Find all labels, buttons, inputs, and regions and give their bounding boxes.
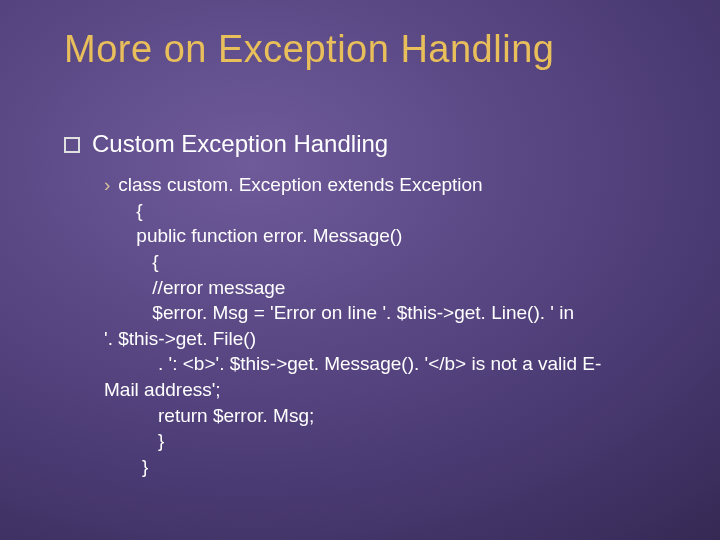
code-line: class custom. Exception extends Exceptio… (118, 174, 482, 195)
bullet-level1: Custom Exception Handling (64, 130, 672, 158)
code-line: { (118, 198, 672, 224)
square-bullet-icon (64, 137, 80, 153)
code-line: //error message (118, 275, 672, 301)
slide-body: Custom Exception Handling › class custom… (64, 130, 672, 480)
code-line: public function error. Message() (118, 223, 672, 249)
code-line: return $error. Msg; (104, 403, 672, 429)
slide-title: More on Exception Handling (64, 28, 680, 71)
code-line: { (118, 249, 672, 275)
level1-text: Custom Exception Handling (92, 130, 388, 157)
code-block: class custom. Exception extends Exceptio… (118, 172, 672, 326)
code-line: '. $this->get. File() (104, 326, 672, 352)
chevron-right-icon: › (104, 172, 110, 198)
code-line: } (104, 454, 672, 480)
code-line: } (104, 428, 672, 454)
code-line: Mail address'; (104, 377, 672, 403)
bullet-level2: › class custom. Exception extends Except… (104, 172, 672, 480)
code-line: $error. Msg = 'Error on line '. $this->g… (118, 300, 672, 326)
code-line: . ': <b>'. $this->get. Message(). '</b> … (104, 351, 672, 377)
slide: More on Exception Handling Custom Except… (0, 0, 720, 540)
